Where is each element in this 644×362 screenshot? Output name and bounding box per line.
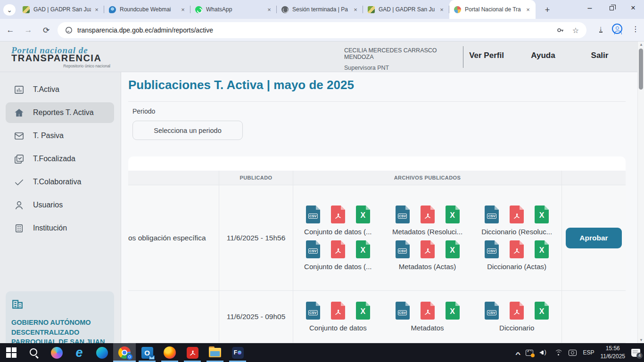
csv-file-icon[interactable]: CSV — [396, 206, 410, 223]
volume-icon[interactable] — [539, 349, 548, 356]
taskbar-copilot-button[interactable] — [45, 343, 68, 362]
url-text[interactable]: transparencia.dpe.gob.ec/admin/reports/a… — [77, 26, 556, 34]
taskbar-chrome-button[interactable] — [113, 343, 136, 362]
csv-file-icon[interactable]: CSV — [306, 302, 320, 320]
window-restore-button[interactable] — [601, 0, 622, 16]
tab-search-icon[interactable] — [3, 4, 16, 16]
xls-file-icon[interactable]: X — [535, 206, 549, 223]
downloads-icon[interactable] — [599, 25, 603, 33]
taskbar-file-explorer-button[interactable] — [204, 343, 226, 362]
xls-file-icon[interactable]: X — [535, 240, 549, 258]
tab-close-icon[interactable] — [93, 6, 100, 13]
tab-close-icon[interactable] — [524, 6, 532, 13]
pdf-file-icon[interactable] — [421, 302, 435, 320]
sidebar-item-usuarios[interactable]: Usuarios — [6, 195, 114, 215]
sidebar-item-t-pasiva[interactable]: T. Pasiva — [6, 125, 114, 146]
sidebar-item-t-colaborativa[interactable]: T.Colaborativa — [6, 172, 114, 192]
file-group-label[interactable]: Conjunto de datos — [309, 324, 367, 332]
taskbar-firefox-button[interactable] — [158, 343, 181, 362]
taskbar-fapp-button[interactable]: F — [226, 343, 249, 362]
sidebar-item-t-focalizada[interactable]: T.Focalizada — [6, 148, 114, 169]
xls-file-icon[interactable]: X — [446, 206, 460, 223]
password-key-icon[interactable] — [556, 26, 565, 34]
file-group-label[interactable]: Diccionario — [499, 324, 534, 332]
sidebar-item-t-activa[interactable]: T.Activa — [6, 79, 114, 100]
taskbar-ie-button[interactable]: e — [68, 343, 91, 362]
csv-file-icon[interactable]: CSV — [306, 240, 320, 258]
taskbar-edge-button[interactable] — [91, 343, 113, 362]
scrollbar-thumb[interactable] — [639, 49, 643, 90]
xls-file-icon[interactable]: X — [446, 240, 460, 258]
xls-file-icon[interactable]: X — [535, 302, 549, 320]
tab-close-icon[interactable] — [265, 6, 273, 13]
salir-link[interactable]: Salir — [571, 51, 628, 60]
pdf-file-icon[interactable] — [331, 302, 345, 320]
tab-gad-2[interactable]: GAD | GADPR San Ju — [363, 0, 449, 19]
taskbar-outlook-button[interactable]: O — [136, 343, 158, 362]
pdf-file-icon[interactable] — [510, 206, 524, 223]
ayuda-link[interactable]: Ayuda — [515, 51, 571, 60]
xls-file-icon[interactable]: X — [356, 206, 370, 223]
site-info-icon[interactable] — [65, 26, 73, 34]
file-group-label[interactable]: Conjunto de datos (... — [304, 263, 372, 271]
csv-file-icon[interactable]: CSV — [396, 240, 410, 258]
file-group-label[interactable]: Metadatos — [411, 324, 444, 332]
pdf-file-icon[interactable] — [510, 302, 524, 320]
remote-app-tray-icon[interactable] — [526, 350, 533, 356]
file-group-label[interactable]: Diccionario (Resoluc... — [481, 228, 552, 236]
pdf-file-icon[interactable] — [421, 206, 435, 223]
reload-icon[interactable]: ⟳ — [40, 24, 53, 37]
file-group-label[interactable]: Diccionario (Actas) — [487, 263, 546, 271]
tray-expand-icon[interactable] — [515, 349, 520, 356]
period-select[interactable]: Selecciona un periodo — [132, 121, 243, 140]
address-bar[interactable]: transparencia.dpe.gob.ec/admin/reports/a… — [58, 22, 586, 38]
scroll-up-icon[interactable] — [638, 42, 644, 47]
pdf-file-icon[interactable] — [331, 240, 345, 258]
pdf-file-icon[interactable] — [510, 240, 524, 258]
tab-roundcube[interactable]: Roundcube Webmai — [104, 0, 190, 19]
profile-avatar-icon[interactable] — [612, 24, 622, 34]
tab-close-icon[interactable] — [438, 6, 446, 13]
page-scrollbar[interactable] — [637, 41, 644, 343]
file-group-label[interactable]: Conjunto de datos (... — [304, 228, 372, 236]
notifications-icon[interactable]: 4 — [631, 349, 640, 357]
xls-file-icon[interactable]: X — [356, 302, 370, 320]
xls-file-icon[interactable]: X — [356, 240, 370, 258]
forward-icon[interactable]: → — [22, 24, 35, 37]
csv-file-icon[interactable]: CSV — [485, 206, 499, 223]
csv-file-icon[interactable]: CSV — [396, 302, 410, 320]
wifi-icon[interactable] — [554, 349, 562, 356]
csv-file-icon[interactable]: CSV — [485, 302, 499, 320]
browser-menu-icon[interactable] — [632, 25, 639, 33]
pdf-file-icon[interactable] — [421, 240, 435, 258]
tab-close-icon[interactable] — [352, 6, 359, 13]
clock[interactable]: 15:56 11/6/2025 — [601, 345, 626, 361]
sidebar-item-reportes-t-activa[interactable]: Reportes T. Activa — [6, 102, 114, 123]
bookmark-star-icon[interactable] — [572, 26, 579, 35]
meet-now-icon[interactable] — [569, 350, 577, 356]
taskbar-acrobat-button[interactable] — [181, 343, 204, 362]
institution-card[interactable]: GOBIERNO AUTÓNOMO DESCENTRALIZADO PARROQ… — [6, 291, 114, 343]
csv-file-icon[interactable]: CSV — [485, 240, 499, 258]
start-button[interactable] — [0, 343, 23, 362]
language-indicator[interactable]: ESP — [583, 349, 594, 356]
sidebar-item-institucion[interactable]: Institución — [6, 218, 114, 239]
pdf-file-icon[interactable] — [331, 206, 345, 223]
tab-sesion-terminada[interactable]: Sesión terminada | Pa — [277, 0, 363, 19]
tab-portal-transparencia-active[interactable]: Portal Nacional de Tra — [449, 0, 536, 19]
xls-file-icon[interactable]: X — [446, 302, 460, 320]
tab-gad-1[interactable]: GAD | GADPR San Jua — [18, 0, 104, 19]
tab-close-icon[interactable] — [179, 6, 187, 13]
window-close-button[interactable] — [622, 0, 644, 16]
aprobar-button[interactable]: Aprobar — [566, 228, 622, 248]
back-icon[interactable]: ← — [4, 24, 17, 37]
window-minimize-button[interactable] — [579, 0, 601, 16]
file-group-label[interactable]: Metadatos (Actas) — [399, 263, 456, 271]
taskbar-search-button[interactable] — [23, 343, 45, 362]
tab-whatsapp[interactable]: WhatsApp — [190, 0, 277, 19]
scroll-down-icon[interactable] — [638, 338, 644, 342]
ver-perfil-link[interactable]: Ver Perfil — [458, 51, 515, 60]
new-tab-button[interactable] — [541, 4, 553, 16]
csv-file-icon[interactable]: CSV — [306, 206, 320, 223]
file-group-label[interactable]: Metadatos (Resoluci... — [392, 228, 462, 236]
